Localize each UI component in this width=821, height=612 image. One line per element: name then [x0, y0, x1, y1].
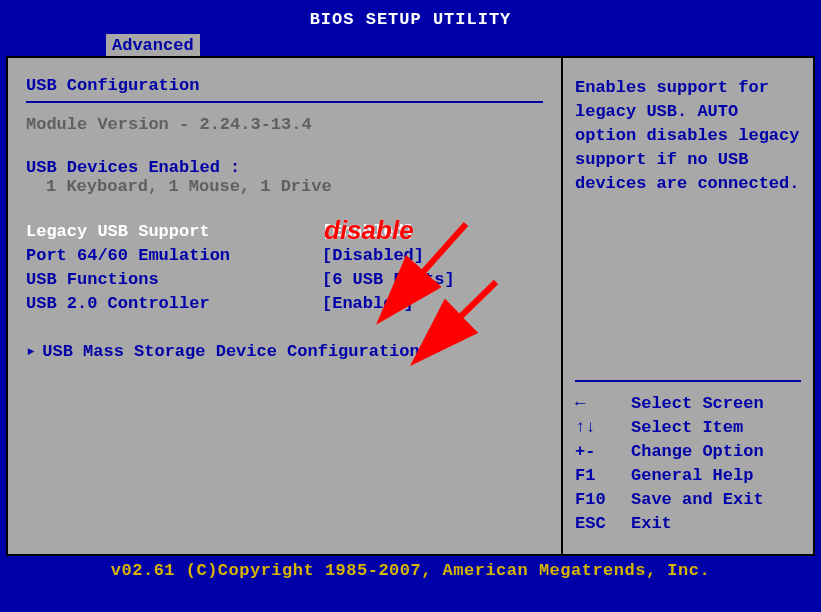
tab-advanced[interactable]: Advanced — [106, 34, 200, 56]
option-label: Legacy USB Support — [26, 220, 322, 244]
submenu-label: USB Mass Storage Device Configuration — [42, 340, 419, 364]
devices-enabled-value: 1 Keyboard, 1 Mouse, 1 Drive — [26, 177, 543, 196]
navigation-help: ←Select Screen ↑↓Select Item +-Change Op… — [575, 372, 801, 536]
left-panel: USB Configuration Module Version - 2.24.… — [8, 58, 563, 554]
right-panel: Enables support for legacy USB. AUTO opt… — [563, 58, 813, 554]
devices-enabled-label: USB Devices Enabled : — [26, 158, 543, 177]
module-version: Module Version - 2.24.3-13.4 — [26, 115, 543, 134]
footer: v02.61 (C)Copyright 1985-2007, American … — [6, 558, 815, 582]
nav-desc: Change Option — [631, 440, 764, 464]
option-label: USB Functions — [26, 268, 322, 292]
option-row[interactable]: Port 64/60 Emulation [Disabled] — [26, 244, 543, 268]
option-row[interactable]: USB 2.0 Controller [Enabled] — [26, 292, 543, 316]
option-row[interactable]: USB Functions [6 USB Ports] — [26, 268, 543, 292]
title-bar: BIOS SETUP UTILITY — [6, 6, 815, 32]
nav-row: ESCExit — [575, 512, 801, 536]
nav-key: ↑↓ — [575, 416, 631, 440]
option-label: Port 64/60 Emulation — [26, 244, 322, 268]
nav-desc: Select Screen — [631, 392, 764, 416]
nav-divider — [575, 380, 801, 382]
nav-key: F10 — [575, 488, 631, 512]
nav-desc: Save and Exit — [631, 488, 764, 512]
nav-row: ↑↓Select Item — [575, 416, 801, 440]
workspace: USB Configuration Module Version - 2.24.… — [6, 56, 815, 556]
footer-text: v02.61 (C)Copyright 1985-2007, American … — [111, 561, 710, 580]
nav-desc: Select Item — [631, 416, 743, 440]
option-value: [Enabled] — [322, 220, 414, 244]
submenu-arrow-icon: ▸ — [26, 340, 36, 364]
nav-key: ESC — [575, 512, 631, 536]
context-help: Enables support for legacy USB. AUTO opt… — [575, 76, 801, 196]
nav-desc: General Help — [631, 464, 753, 488]
bios-root: BIOS SETUP UTILITY Advanced USB Configur… — [0, 0, 821, 612]
option-label: USB 2.0 Controller — [26, 292, 322, 316]
option-value: [Enabled] — [322, 292, 414, 316]
nav-key: F1 — [575, 464, 631, 488]
nav-row: +-Change Option — [575, 440, 801, 464]
nav-row: F1General Help — [575, 464, 801, 488]
nav-desc: Exit — [631, 512, 672, 536]
section-title: USB Configuration — [26, 76, 543, 95]
tab-bar: Advanced — [6, 32, 815, 56]
nav-row: F10Save and Exit — [575, 488, 801, 512]
option-value: [Disabled] — [322, 244, 424, 268]
submenu-row[interactable]: ▸ USB Mass Storage Device Configuration — [26, 340, 543, 364]
option-value: [6 USB Ports] — [322, 268, 455, 292]
nav-row: ←Select Screen — [575, 392, 801, 416]
nav-key: +- — [575, 440, 631, 464]
tab-label: Advanced — [112, 36, 194, 55]
title-text: BIOS SETUP UTILITY — [310, 10, 512, 29]
section-divider — [26, 101, 543, 103]
nav-key: ← — [575, 392, 631, 416]
option-row[interactable]: Legacy USB Support [Enabled] — [26, 220, 543, 244]
